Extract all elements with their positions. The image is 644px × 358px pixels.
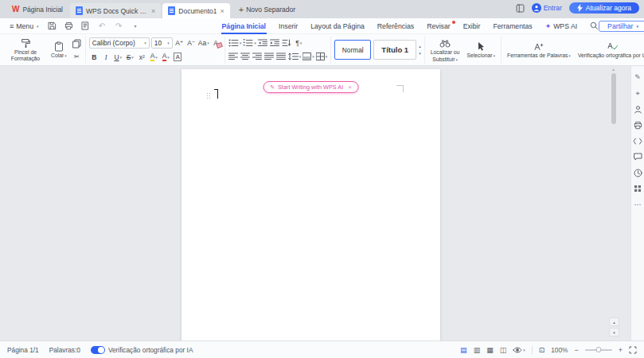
share-button[interactable]: Partilhar ▾ <box>599 21 644 32</box>
scroll-up-icon[interactable]: ▴ <box>612 68 615 72</box>
close-icon[interactable]: × <box>348 84 352 91</box>
ai-spellcheck-button[interactable]: Verificação ortográfica por IA <box>576 41 644 59</box>
bullet-list-button[interactable]: ▾ <box>228 38 242 49</box>
home-tab[interactable]: W Página Inicial <box>5 0 70 18</box>
undo-button[interactable]: ↶ <box>97 21 107 30</box>
fullscreen-icon[interactable] <box>629 346 637 354</box>
align-right-button[interactable] <box>252 52 263 62</box>
zoom-knob[interactable] <box>595 347 601 352</box>
reading-view-icon[interactable]: ▥ <box>474 346 481 354</box>
next-page-button[interactable]: ▾ <box>609 328 619 337</box>
align-left-button[interactable] <box>228 52 239 62</box>
fit-page-icon[interactable]: ⊡ <box>539 346 545 354</box>
web-layout-view-icon[interactable]: ▦ <box>486 346 494 354</box>
superscript-button[interactable]: x² <box>137 52 147 62</box>
history-icon[interactable] <box>633 168 642 177</box>
printer-icon[interactable] <box>633 120 642 130</box>
tab-wps-ai[interactable]: ✦WPS AI <box>539 18 584 34</box>
zoom-slider[interactable] <box>585 349 612 351</box>
edit-pen-icon[interactable]: ✎ <box>633 72 642 82</box>
shading-color-button[interactable]: ▾ <box>302 52 314 62</box>
wps-ai-writing-pill[interactable]: ✎ Start Writing with WPS AI × <box>263 81 359 93</box>
format-painter-button[interactable]: Pincel de Formatação <box>5 37 46 62</box>
sort-button[interactable] <box>282 38 292 49</box>
paragraph-drag-handle[interactable] <box>206 92 211 99</box>
ai-spellcheck-toggle[interactable] <box>91 346 105 354</box>
show-paragraph-marks-button[interactable]: ¶▾ <box>294 38 304 49</box>
tab-inserir[interactable]: Inserir <box>272 18 304 34</box>
zoom-out-button[interactable]: − <box>574 346 578 354</box>
find-replace-button[interactable]: Localizar ou Substituir▾ <box>428 37 463 63</box>
tab-layout-da-pagina[interactable]: Layout da Página <box>304 18 371 34</box>
copy-button[interactable] <box>72 38 82 49</box>
zoom-value[interactable]: 100% <box>551 346 568 354</box>
eye-protection-icon[interactable]: ▾ <box>513 347 525 353</box>
style-scroll-down-icon[interactable]: ▾ <box>419 51 421 56</box>
align-center-button[interactable] <box>240 52 251 62</box>
document-page[interactable]: ✎ Start Writing with WPS AI × <box>181 69 440 340</box>
tab-referencias[interactable]: Referências <box>371 18 420 34</box>
more-icon[interactable]: ⋯ <box>633 200 642 209</box>
new-tab-button[interactable]: + Novo Separador <box>232 0 302 18</box>
doc-tab-guide[interactable]: WPS Docs Quick Start Guide.docx × <box>70 3 161 18</box>
tab-exibir[interactable]: Exibir <box>457 18 487 34</box>
style-scroll-up-icon[interactable]: ▴ <box>419 44 421 49</box>
tab-revisar[interactable]: Revisar <box>420 18 456 34</box>
paste-button[interactable]: Colar▾ <box>49 41 69 59</box>
comment-icon[interactable] <box>633 152 642 161</box>
font-color-button[interactable]: A▾ <box>161 52 171 62</box>
toolbar-more-caret-icon[interactable]: ▾ <box>131 23 141 29</box>
scrollbar-thumb[interactable] <box>611 73 616 124</box>
select-tool-icon[interactable]: ⌖ <box>633 88 642 98</box>
previous-page-button[interactable]: ▴ <box>609 317 619 326</box>
bold-button[interactable]: B <box>89 52 100 62</box>
tab-ferramentas[interactable]: Ferramentas <box>486 18 538 34</box>
strikethrough-button[interactable]: S▾ <box>125 52 135 62</box>
save-button[interactable] <box>47 21 57 30</box>
zoom-in-button[interactable]: + <box>619 346 623 354</box>
highlight-color-button[interactable]: A▾ <box>149 52 159 62</box>
outline-view-icon[interactable]: ◫ <box>500 346 507 354</box>
distribute-text-button[interactable] <box>276 52 287 62</box>
close-tab-icon[interactable]: × <box>220 7 224 15</box>
underline-button[interactable]: U▾ <box>113 52 123 62</box>
search-icon[interactable] <box>590 21 599 30</box>
clear-format-button[interactable]: A <box>211 38 221 49</box>
cut-button[interactable]: ✂ <box>72 51 82 61</box>
login-button[interactable]: Entrar <box>532 3 562 13</box>
menu-button[interactable]: ≡ Menu ▾ <box>6 22 42 30</box>
italic-button[interactable]: I <box>101 52 111 62</box>
style-heading1[interactable]: Título 1 <box>373 40 416 60</box>
font-name-select[interactable]: Calibri (Corpo)▾ <box>89 37 150 49</box>
word-tools-button[interactable]: Ferramentas de Palavras▾ <box>505 41 573 59</box>
close-tab-icon[interactable]: × <box>151 7 155 15</box>
increase-indent-button[interactable] <box>270 38 280 49</box>
decrease-font-button[interactable]: A⁻ <box>186 38 197 49</box>
binoculars-icon <box>439 37 451 49</box>
vertical-scrollbar[interactable]: ▴ <box>610 68 617 317</box>
caret-down-icon: ▾ <box>167 55 170 60</box>
print-preview-button[interactable] <box>80 21 91 30</box>
doc-tab-documento1[interactable]: Documento1 × <box>162 3 229 18</box>
apps-grid-icon[interactable] <box>633 184 642 193</box>
font-size-select[interactable]: 10▾ <box>151 37 173 49</box>
redo-button[interactable]: ↷ <box>114 21 124 30</box>
upgrade-button[interactable]: Atualizar agora <box>569 2 639 14</box>
workspace-icon[interactable] <box>516 4 525 13</box>
style-normal[interactable]: Normal <box>334 40 371 60</box>
code-icon[interactable] <box>633 136 642 146</box>
caret-down-icon: ▾ <box>568 53 571 58</box>
change-case-button[interactable]: Aa▾ <box>198 38 209 49</box>
select-button[interactable]: Selecionar▾ <box>464 41 498 59</box>
increase-font-button[interactable]: A⁺ <box>174 38 185 49</box>
numbered-list-button[interactable]: ▾ <box>243 38 256 49</box>
contacts-icon[interactable] <box>633 104 642 114</box>
decrease-indent-button[interactable] <box>258 38 268 49</box>
tab-pagina-inicial[interactable]: Página Inicial <box>216 18 273 34</box>
borders-button[interactable]: ▾ <box>316 52 328 62</box>
print-layout-view-icon[interactable]: ▤ <box>460 346 467 354</box>
print-button[interactable] <box>64 21 74 30</box>
character-border-button[interactable]: A <box>173 52 183 62</box>
justify-button[interactable] <box>264 52 275 62</box>
line-spacing-button[interactable]: ▾ <box>288 52 302 62</box>
